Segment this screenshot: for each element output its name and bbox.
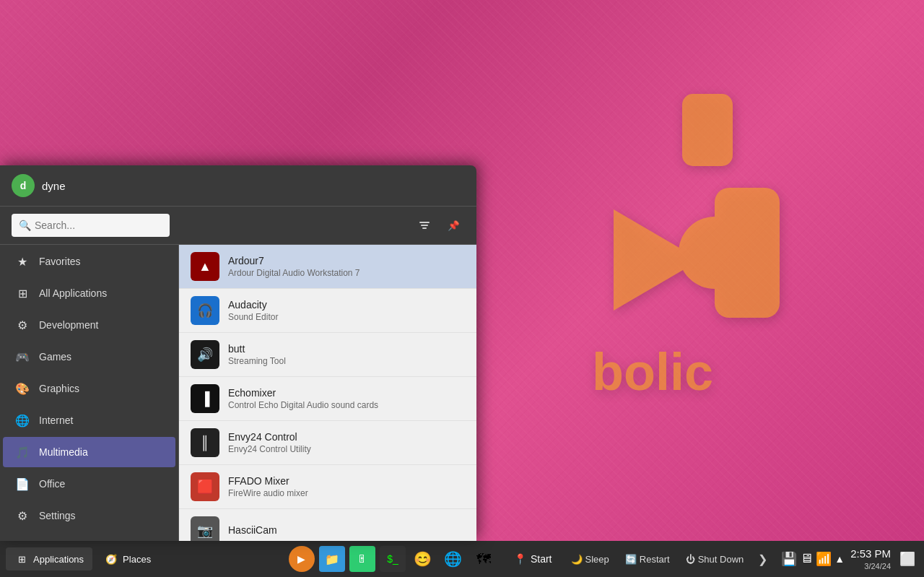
sidebar-item-system[interactable]: 💻 System bbox=[3, 532, 175, 541]
app-icon-envy24: ║ bbox=[191, 428, 219, 457]
grid-icon: ⊞ bbox=[14, 552, 29, 566]
sidebar-item-graphics[interactable]: 🎨 Graphics bbox=[3, 373, 175, 404]
app-icon-audacity: 🎧 bbox=[191, 296, 219, 325]
user-name: dyne bbox=[42, 180, 66, 192]
user-bar: d dyne bbox=[0, 165, 476, 207]
sidebar-icon-office: 📄 bbox=[14, 476, 30, 492]
app-name-envy24: Envy24 Control bbox=[228, 431, 465, 443]
sidebar-label-settings: Settings bbox=[39, 510, 76, 521]
app-desc-echomixer: Control Echo Digital Audio sound cards bbox=[228, 400, 465, 410]
network-icon: 📶 bbox=[816, 551, 832, 567]
globe-btn[interactable]: 🗺 bbox=[471, 546, 497, 572]
app-item-ffado[interactable]: 🟥 FFADO Mixer FireWire audio mixer bbox=[179, 465, 476, 509]
app-info-butt: butt Streaming Tool bbox=[228, 343, 465, 366]
sidebar-icon-graphics: 🎨 bbox=[14, 381, 30, 396]
app-info-echomixer: Echomixer Control Echo Digital Audio sou… bbox=[228, 387, 465, 410]
filter-button[interactable] bbox=[413, 214, 436, 237]
taskbar-icons: ▶ 📁 🎚 $_ 😊 🌐 🗺 bbox=[283, 546, 502, 572]
apps-list: ▲ Ardour7 Ardour Digital Audio Workstati… bbox=[179, 245, 476, 541]
search-input[interactable] bbox=[12, 214, 170, 237]
mixer-btn[interactable]: 🎚 bbox=[349, 546, 375, 572]
svg-point-3 bbox=[679, 217, 751, 289]
terminal-btn[interactable]: $_ bbox=[380, 546, 406, 572]
sidebar-item-settings[interactable]: ⚙ Settings bbox=[3, 500, 175, 531]
sidebar-item-multimedia[interactable]: 🎵 Multimedia bbox=[3, 437, 175, 467]
taskbar-center[interactable]: 📍 Start bbox=[502, 549, 564, 569]
app-icon-echomixer: ▐ bbox=[191, 384, 219, 413]
sidebar-item-development[interactable]: ⚙ Development bbox=[3, 310, 175, 340]
sidebar-label-graphics: Graphics bbox=[39, 383, 79, 394]
app-item-ardour7[interactable]: ▲ Ardour7 Ardour Digital Audio Workstati… bbox=[179, 245, 476, 289]
app-name-echomixer: Echomixer bbox=[228, 387, 465, 399]
file-manager-btn[interactable]: 📁 bbox=[319, 546, 345, 572]
app-icon-ardour7: ▲ bbox=[191, 252, 219, 281]
clock[interactable]: 2:53 PM 3/24/24 bbox=[850, 547, 891, 571]
pin-button[interactable]: 📌 bbox=[442, 214, 465, 237]
app-info-ffado: FFADO Mixer FireWire audio mixer bbox=[228, 475, 465, 498]
app-desc-ffado: FireWire audio mixer bbox=[228, 488, 465, 498]
sidebar: ★ Favorites ⊞ All Applications ⚙ Develop… bbox=[0, 245, 179, 541]
sidebar-item-internet[interactable]: 🌐 Internet bbox=[3, 405, 175, 435]
app-item-envy24[interactable]: ║ Envy24 Control Envy24 Control Utility bbox=[179, 421, 476, 465]
menu-content: ★ Favorites ⊞ All Applications ⚙ Develop… bbox=[0, 245, 476, 541]
sidebar-icon-games: 🎮 bbox=[14, 349, 30, 365]
sidebar-icon-development: ⚙ bbox=[14, 317, 30, 333]
sidebar-label-all-applications: All Applications bbox=[39, 287, 107, 299]
system-tray: 💾 🖥 📶 ▲ bbox=[781, 551, 845, 567]
app-icon-ffado: 🟥 bbox=[191, 472, 219, 501]
expand-button[interactable]: ❯ bbox=[752, 549, 772, 569]
taskbar-left: ⊞ Applications 🧭 Places bbox=[0, 547, 283, 571]
sidebar-item-office[interactable]: 📄 Office bbox=[3, 469, 175, 499]
app-name-audacity: Audacity bbox=[228, 299, 465, 311]
sidebar-icon-system: 💻 bbox=[14, 539, 30, 541]
svg-rect-7 bbox=[422, 227, 427, 229]
app-info-ardour7: Ardour7 Ardour Digital Audio Workstation… bbox=[228, 255, 465, 278]
power-section: 🌙 Sleep 🔄 Restart ⏻ Shut Down ❯ bbox=[564, 549, 773, 569]
chevron-up-icon[interactable]: ▲ bbox=[834, 553, 845, 565]
sidebar-label-development: Development bbox=[39, 319, 99, 331]
app-item-hasciicam[interactable]: 📷 HasciiCam bbox=[179, 509, 476, 541]
restart-icon: 🔄 bbox=[625, 554, 637, 565]
applications-button[interactable]: ⊞ Applications bbox=[6, 547, 92, 571]
sidebar-label-favorites: Favorites bbox=[39, 256, 81, 267]
app-desc-envy24: Envy24 Control Utility bbox=[228, 444, 465, 454]
app-name-ffado: FFADO Mixer bbox=[228, 475, 465, 487]
app-item-butt[interactable]: 🔊 butt Streaming Tool bbox=[179, 333, 476, 377]
sidebar-icon-favorites: ★ bbox=[14, 253, 30, 269]
sidebar-label-multimedia: Multimedia bbox=[39, 446, 88, 458]
clock-time: 2:53 PM bbox=[850, 547, 891, 561]
sidebar-icon-all-applications: ⊞ bbox=[14, 285, 30, 301]
sidebar-item-all-applications[interactable]: ⊞ All Applications bbox=[3, 278, 175, 308]
sidebar-label-office: Office bbox=[39, 478, 65, 490]
sidebar-item-games[interactable]: 🎮 Games bbox=[3, 342, 175, 372]
app-name-butt: butt bbox=[228, 343, 465, 355]
play-icon-btn[interactable]: ▶ bbox=[289, 546, 315, 572]
app-item-audacity[interactable]: 🎧 Audacity Sound Editor bbox=[179, 289, 476, 333]
search-bar: 🔍 📌 bbox=[0, 207, 476, 245]
app-desc-ardour7: Ardour Digital Audio Workstation 7 bbox=[228, 268, 465, 278]
app-name-hasciicam: HasciiCam bbox=[228, 524, 465, 536]
power-icon: ⏻ bbox=[686, 554, 695, 565]
app-item-echomixer[interactable]: ▐ Echomixer Control Echo Digital Audio s… bbox=[179, 377, 476, 421]
app-desc-butt: Streaming Tool bbox=[228, 356, 465, 366]
browser-btn[interactable]: 🌐 bbox=[440, 546, 466, 572]
shutdown-button[interactable]: ⏻ Shut Down bbox=[679, 550, 751, 569]
restart-button[interactable]: 🔄 Restart bbox=[618, 550, 677, 569]
app-info-envy24: Envy24 Control Envy24 Control Utility bbox=[228, 431, 465, 454]
sidebar-icon-multimedia: 🎵 bbox=[14, 444, 30, 460]
taskbar-right: 💾 🖥 📶 ▲ 2:53 PM 3/24/24 ⬜ bbox=[772, 547, 924, 571]
clock-date: 3/24/24 bbox=[850, 561, 891, 571]
places-button[interactable]: 🧭 Places bbox=[95, 547, 160, 571]
sidebar-item-favorites[interactable]: ★ Favorites bbox=[3, 246, 175, 277]
sidebar-label-internet: Internet bbox=[39, 415, 73, 426]
sleep-icon: 🌙 bbox=[571, 554, 583, 565]
app-info-audacity: Audacity Sound Editor bbox=[228, 299, 465, 322]
emoji-btn[interactable]: 😊 bbox=[410, 546, 436, 572]
location-icon: 📍 bbox=[514, 553, 526, 565]
app-name-ardour7: Ardour7 bbox=[228, 255, 465, 266]
window-btn[interactable]: ⬜ bbox=[899, 551, 915, 567]
app-menu: d dyne 🔍 📌 ★ Favorites ⊞ All Application… bbox=[0, 165, 476, 541]
logo-area: bolic bbox=[563, 72, 852, 433]
app-icon-butt: 🔊 bbox=[191, 340, 219, 369]
sleep-button[interactable]: 🌙 Sleep bbox=[564, 550, 616, 569]
